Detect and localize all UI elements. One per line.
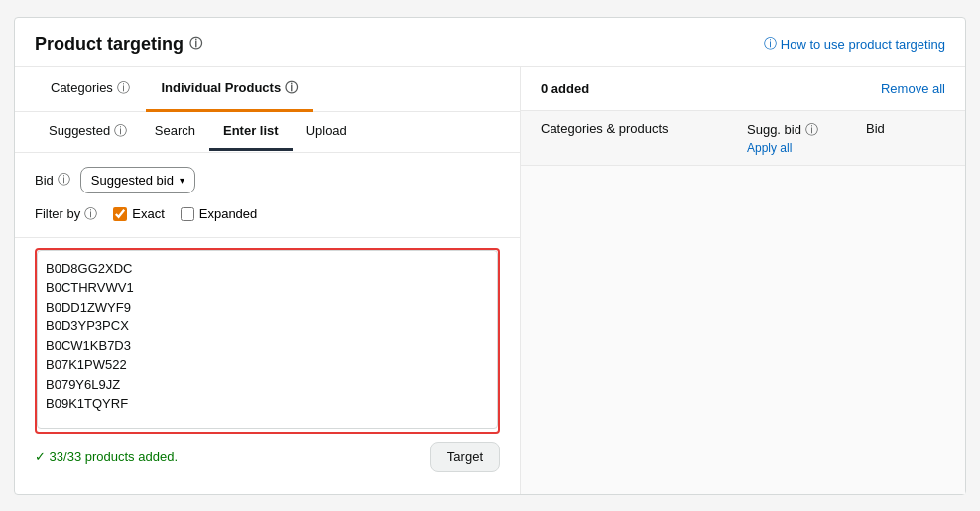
right-content-empty bbox=[521, 166, 965, 494]
help-link[interactable]: ⓘ How to use product targeting bbox=[764, 35, 945, 53]
col-sugg-bid-header: Sugg. bid ⓘ Apply all bbox=[747, 121, 866, 155]
main-tabs: Categories ⓘ Individual Products ⓘ bbox=[15, 67, 520, 112]
apply-all-link[interactable]: Apply all bbox=[747, 141, 866, 155]
tab-individual-products[interactable]: Individual Products ⓘ bbox=[146, 67, 313, 112]
help-icon: ⓘ bbox=[764, 35, 777, 53]
expanded-checkbox-label[interactable]: Expanded bbox=[181, 206, 258, 221]
right-header: 0 added Remove all bbox=[521, 67, 965, 111]
bid-info-icon[interactable]: ⓘ bbox=[58, 171, 70, 189]
tab-categories[interactable]: Categories ⓘ bbox=[35, 67, 146, 112]
filter-label: Filter by ⓘ bbox=[35, 205, 97, 223]
textarea-wrapper: B0D8GG2XDC B0CTHRVWV1 B0DD1ZWYF9 B0D3YP3… bbox=[35, 248, 500, 434]
success-message: ✓ 33/33 products added. bbox=[35, 449, 178, 464]
textarea-footer: ✓ 33/33 products added. Target bbox=[35, 442, 500, 472]
subtab-enter-list[interactable]: Enter list bbox=[209, 113, 293, 151]
bid-row: Bid ⓘ Suggested bid ▾ bbox=[35, 167, 500, 193]
categories-info-icon[interactable]: ⓘ bbox=[117, 80, 130, 95]
title-info-icon[interactable]: ⓘ bbox=[189, 35, 202, 53]
controls-area: Bid ⓘ Suggested bid ▾ Filter by ⓘ bbox=[15, 153, 520, 238]
remove-all-button[interactable]: Remove all bbox=[881, 81, 945, 96]
expanded-checkbox[interactable] bbox=[181, 207, 194, 221]
textarea-section: B0D8GG2XDC B0CTHRVWV1 B0DD1ZWYF9 B0D3YP3… bbox=[15, 238, 520, 494]
product-targeting-panel: Product targeting ⓘ ⓘ How to use product… bbox=[14, 17, 966, 495]
filter-row: Filter by ⓘ Exact Expanded bbox=[35, 205, 500, 223]
subtab-suggested[interactable]: Suggested ⓘ bbox=[35, 112, 141, 153]
filter-info-icon[interactable]: ⓘ bbox=[84, 205, 97, 223]
panel-header: Product targeting ⓘ ⓘ How to use product… bbox=[15, 18, 965, 67]
bid-label: Bid ⓘ bbox=[35, 171, 70, 189]
col-categories-header: Categories & products bbox=[541, 121, 747, 155]
subtab-upload[interactable]: Upload bbox=[293, 113, 361, 151]
chevron-down-icon: ▾ bbox=[180, 175, 184, 186]
title-text: Product targeting bbox=[35, 34, 184, 55]
right-panel: 0 added Remove all Categories & products… bbox=[521, 67, 965, 494]
added-count: 0 added bbox=[541, 81, 589, 96]
right-columns: Categories & products Sugg. bid ⓘ Apply … bbox=[521, 111, 965, 166]
panel-title: Product targeting ⓘ bbox=[35, 34, 202, 55]
individual-products-info-icon[interactable]: ⓘ bbox=[285, 80, 298, 95]
product-textarea[interactable]: B0D8GG2XDC B0CTHRVWV1 B0DD1ZWYF9 B0D3YP3… bbox=[37, 250, 498, 429]
bid-dropdown[interactable]: Suggested bid ▾ bbox=[80, 167, 195, 193]
content-area: Categories ⓘ Individual Products ⓘ Sugge… bbox=[15, 67, 965, 494]
target-button[interactable]: Target bbox=[430, 442, 500, 472]
col-bid-header: Bid bbox=[866, 121, 945, 155]
exact-checkbox-label[interactable]: Exact bbox=[113, 206, 165, 221]
exact-checkbox[interactable] bbox=[113, 207, 127, 221]
suggested-info-icon[interactable]: ⓘ bbox=[114, 123, 127, 138]
subtabs: Suggested ⓘ Search Enter list Upload bbox=[15, 112, 520, 153]
left-panel: Categories ⓘ Individual Products ⓘ Sugge… bbox=[15, 67, 521, 494]
subtab-search[interactable]: Search bbox=[141, 113, 209, 151]
sugg-bid-info-icon[interactable]: ⓘ bbox=[805, 121, 818, 139]
